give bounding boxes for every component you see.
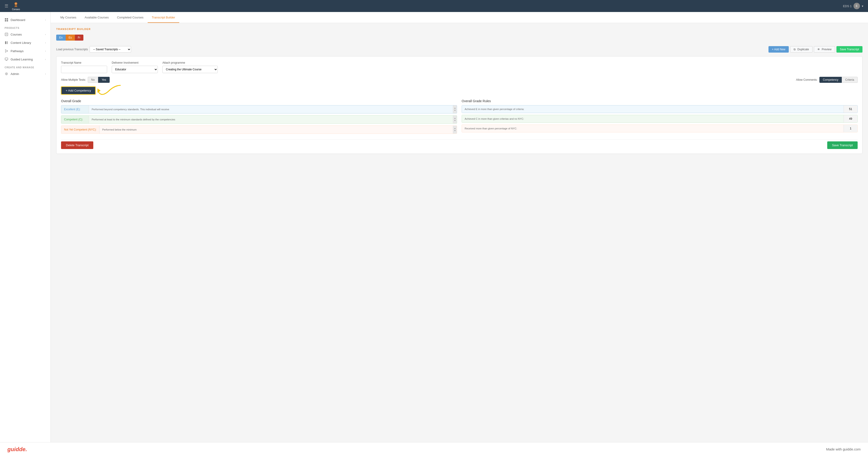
sidebar-item-courses[interactable]: Courses › — [0, 30, 51, 38]
nyc-description: Performed below the minimum — [99, 126, 453, 134]
sidebar-item-label: Content Library — [10, 41, 31, 45]
competent-scroll[interactable]: ▲ ▼ — [453, 116, 457, 123]
allow-multiple-yes-button[interactable]: Yes — [98, 77, 110, 83]
svg-rect-2 — [5, 18, 6, 20]
chevron-right-icon: › — [45, 73, 46, 75]
sidebar-item-pathways[interactable]: Pathways › — [0, 47, 51, 55]
svg-rect-6 — [5, 33, 8, 36]
overall-grade-section: Overall Grade Excellent (E): Performed b… — [61, 99, 858, 136]
competent-description: Performed at least to the minimum standa… — [89, 116, 453, 123]
excellent-rule-input[interactable] — [844, 106, 858, 113]
content-area: TRANSCRIPT BUILDER En Es Fr Load previou… — [51, 23, 868, 159]
sidebar-item-content-library[interactable]: Content Library › — [0, 38, 51, 47]
excellent-scroll[interactable]: ▲ ▼ — [453, 106, 457, 113]
scroll-up-icon[interactable]: ▲ — [454, 117, 456, 119]
svg-rect-14 — [5, 58, 8, 60]
chevron-right-icon: › — [45, 33, 46, 36]
chevron-right-icon: › — [45, 50, 46, 52]
sidebar-item-dashboard[interactable]: Dashboard › — [0, 16, 51, 24]
tab-completed-courses[interactable]: Completed Courses — [113, 12, 148, 23]
user-label: EDS 1 — [843, 4, 851, 8]
nyc-rule-input[interactable] — [844, 125, 858, 132]
overall-grade-col: Overall Grade Excellent (E): Performed b… — [61, 99, 457, 136]
user-dropdown-icon[interactable]: ▾ — [862, 4, 863, 8]
excellent-label: Excellent (E): — [61, 106, 89, 113]
grade-row-competent: Competent (C): Performed at least to the… — [61, 115, 457, 124]
dashboard-icon — [5, 18, 8, 22]
grade-row-excellent: Excellent (E): Performed beyond competen… — [61, 105, 457, 113]
add-new-button[interactable]: + Add New — [769, 46, 789, 53]
scroll-down-icon[interactable]: ▼ — [454, 109, 456, 112]
svg-point-12 — [7, 51, 8, 52]
footer-logo: guidde. — [7, 446, 27, 453]
svg-rect-9 — [5, 41, 6, 44]
sidebar-section-products: PRODUCTS — [0, 24, 51, 30]
tab-my-courses[interactable]: My Courses — [56, 12, 81, 23]
grade-rule-row-competent: Achieved C in more than given criterias … — [462, 115, 858, 123]
competent-rule-input[interactable] — [844, 115, 858, 122]
svg-rect-5 — [7, 20, 8, 22]
allow-multiple-no-button[interactable]: No — [88, 77, 98, 83]
deliverer-involvement-select[interactable]: Educator — [112, 66, 158, 73]
grade-row-nyc: Not Yet Competent (NYC): Performed below… — [61, 125, 457, 134]
grade-rule-row-nyc: Received more than given percentage of N… — [462, 124, 858, 133]
main-content: My Courses Available Courses Completed C… — [51, 12, 868, 456]
duplicate-icon: ⧉ — [794, 48, 796, 51]
sidebar-item-admin[interactable]: Admin › — [0, 70, 51, 78]
attach-programme-select[interactable]: Creating the Ultimate Course — [162, 66, 218, 73]
overall-grade-title: Overall Grade — [61, 99, 457, 103]
sidebar-item-guided-learning[interactable]: Guided Learning › — [0, 55, 51, 63]
load-transcripts-label: Load previous Transcripts — [56, 48, 88, 51]
tab-transcript-builder[interactable]: Transcript Builder — [148, 12, 179, 23]
avatar[interactable]: E — [854, 3, 860, 9]
lang-fr-button[interactable]: Fr — [75, 35, 83, 40]
deliverer-involvement-label: Deliverer Involvement — [112, 61, 158, 64]
sidebar-item-label: Admin — [10, 72, 19, 76]
delete-transcript-button[interactable]: Delete Transcript — [61, 141, 93, 149]
footer-tagline: Made with guidde.com — [826, 447, 861, 451]
svg-point-17 — [6, 73, 7, 75]
svg-rect-4 — [5, 20, 6, 22]
preview-button[interactable]: 👁 Preview — [814, 46, 835, 53]
content-library-icon — [5, 41, 8, 45]
transcript-name-input[interactable] — [61, 66, 107, 73]
annotation-arrow — [97, 83, 123, 100]
overall-grade-rules-title: Overall Grade Rules — [462, 99, 858, 103]
tab-available-courses[interactable]: Available Courses — [81, 12, 113, 23]
duplicate-button[interactable]: ⧉ Duplicate — [790, 46, 812, 53]
action-row: Delete Transcript Save Transcript — [61, 139, 858, 149]
allow-multiple-tests-label: Allow Multiple Tests: — [61, 78, 86, 81]
scroll-down-icon[interactable]: ▼ — [454, 119, 456, 122]
excellent-description: Performed beyond competency standards. T… — [89, 106, 453, 113]
transcript-name-label: Transcript Name — [61, 61, 107, 64]
save-transcript-top-button[interactable]: Save Transcript — [836, 46, 863, 53]
scroll-down-icon[interactable]: ▼ — [454, 130, 456, 132]
comments-criteria-button[interactable]: Criteria — [842, 77, 858, 83]
language-buttons: En Es Fr — [56, 35, 131, 40]
comments-competency-button[interactable]: Competency — [819, 77, 842, 83]
sidebar-item-label: Guided Learning — [10, 58, 33, 61]
sidebar-item-label: Courses — [10, 33, 22, 36]
scroll-up-icon[interactable]: ▲ — [454, 127, 456, 130]
save-transcript-main-button[interactable]: Save Transcript — [827, 141, 858, 149]
hamburger-menu[interactable]: ☰ — [5, 3, 8, 8]
overall-grade-rules-col: Overall Grade Rules Achieved E in more t… — [462, 99, 858, 136]
svg-rect-10 — [7, 41, 8, 44]
transcript-form-card: Transcript Name Deliverer Involvement Ed… — [56, 56, 863, 154]
sidebar-item-label: Pathways — [10, 49, 24, 53]
nyc-scroll[interactable]: ▲ ▼ — [453, 126, 457, 134]
lang-es-button[interactable]: Es — [66, 35, 75, 40]
pathways-icon — [5, 49, 8, 53]
settings-row: Allow Multiple Tests: No Yes Allow Comme… — [61, 77, 858, 83]
lang-en-button[interactable]: En — [56, 35, 66, 40]
admin-icon — [5, 72, 8, 76]
topnav: ☰ Censeo EDS 1 E ▾ — [0, 0, 868, 12]
add-competency-button[interactable]: + Add Competency — [61, 86, 96, 94]
allow-comments-label: Allow Comments: — [796, 78, 817, 81]
section-title: TRANSCRIPT BUILDER — [56, 28, 863, 30]
sidebar-section-create-manage: CREATE AND MANAGE — [0, 63, 51, 70]
svg-point-13 — [5, 52, 6, 52]
courses-icon — [5, 32, 8, 36]
saved-transcripts-select[interactable]: -- Saved Transcripts -- — [90, 46, 131, 53]
scroll-up-icon[interactable]: ▲ — [454, 107, 456, 109]
